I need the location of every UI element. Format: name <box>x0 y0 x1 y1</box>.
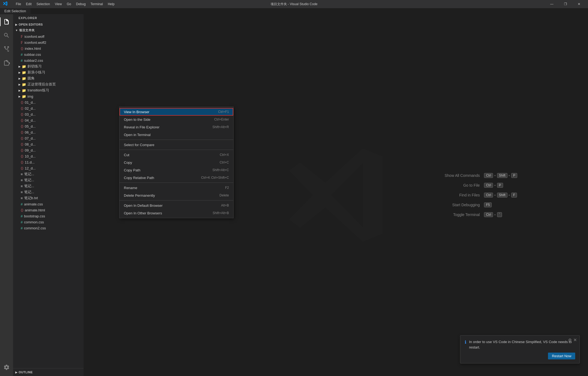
list-item[interactable]: # bootstrap.css <box>13 213 84 219</box>
list-item[interactable]: ▶ 📁 transition练习 <box>13 87 84 93</box>
list-item[interactable]: # subbar.css <box>13 51 84 57</box>
list-item[interactable]: ⟨⟩ 02_d... <box>13 105 84 111</box>
list-item[interactable]: ⟨⟩ 11.d... <box>13 159 84 165</box>
restart-now-button[interactable]: Restart Now <box>548 353 575 359</box>
context-menu-item-select-compare[interactable]: Select for Compare <box>120 141 233 149</box>
ctx-item-shortcut: Ctrl+X <box>220 153 229 157</box>
list-item[interactable]: ≡ 笔记... <box>13 171 84 177</box>
menu-help[interactable]: Help <box>106 2 117 7</box>
list-item[interactable]: # common2.css <box>13 225 84 231</box>
ctx-item-label: Copy <box>124 161 132 165</box>
chevron-right-icon: ▶ <box>19 89 21 92</box>
list-item[interactable]: # common.css <box>13 219 84 225</box>
open-editors-section[interactable]: ▶ OPEN EDITORS <box>13 22 84 27</box>
list-item[interactable]: ⟨⟩ 05_d... <box>13 123 84 129</box>
menu-go[interactable]: Go <box>65 2 73 7</box>
list-item[interactable]: ▶ 📁 img <box>13 93 84 99</box>
list-item[interactable]: ⟨⟩ animate.html <box>13 207 84 213</box>
menu-terminal[interactable]: Terminal <box>88 2 105 7</box>
context-menu-item-copy-relative-path[interactable]: Copy Relative Path Ctrl+K Ctrl+Shift+C <box>120 174 233 181</box>
context-menu-item-open-terminal[interactable]: Open in Terminal <box>120 131 233 138</box>
list-item[interactable]: ▶ 📁 新浪小练习 <box>13 69 84 75</box>
context-menu-item-open-other-browsers[interactable]: Open In Other Browsers Shift+Alt+B <box>120 209 233 217</box>
notification-info-icon: ℹ <box>465 340 466 345</box>
context-menu-item-delete[interactable]: Delete Permanently Delete <box>120 192 233 199</box>
hint-label: Go to File <box>425 183 480 187</box>
settings-activity-icon[interactable] <box>0 361 13 374</box>
context-menu-item-rename[interactable]: Rename F2 <box>120 184 233 192</box>
html-file-icon: ⟨⟩ <box>21 47 23 51</box>
html-file-icon: ⟨⟩ <box>21 154 23 158</box>
ctx-item-label: Rename <box>124 186 137 190</box>
ctx-item-label: Delete Permanently <box>124 193 155 198</box>
list-item[interactable]: ⟨⟩ 12_d... <box>13 165 84 171</box>
key-f: F <box>511 193 517 198</box>
list-item[interactable]: # animate.css <box>13 201 84 207</box>
key-ctrl: Ctrl <box>484 183 493 188</box>
context-menu-item-view-in-browser[interactable]: View In Browser Ctrl+F1 <box>120 108 233 116</box>
menu-debug[interactable]: Debug <box>74 2 88 7</box>
notification-gear-icon[interactable]: ⚙ <box>568 338 572 343</box>
list-item[interactable]: 𝔽 iconfont.woff <box>13 33 84 39</box>
list-item[interactable]: ≡ 笔记... <box>13 177 84 183</box>
list-item[interactable]: ▶ 📁 正达管理后台首页 <box>13 81 84 87</box>
notification-close-button[interactable]: ✕ <box>573 338 577 342</box>
list-item[interactable]: ≡ 笔记... <box>13 189 84 195</box>
menu-file[interactable]: File <box>14 2 23 7</box>
hint-label: Find in Files <box>425 193 480 197</box>
context-menu-item-copy-path[interactable]: Copy Path Shift+Alt+C <box>120 166 233 174</box>
hint-keys: Ctrl + Shift + P <box>484 173 517 178</box>
extensions-activity-icon[interactable] <box>0 56 13 69</box>
html-file-icon: ⟨⟩ <box>21 118 23 122</box>
context-menu-item-copy[interactable]: Copy Ctrl+C <box>120 159 233 166</box>
minimize-button[interactable]: — <box>546 0 558 8</box>
open-editors-label: OPEN EDITORS <box>19 23 43 26</box>
list-item[interactable]: ▶ 📁 斜切练习 <box>13 63 84 69</box>
menu-edit[interactable]: Edit <box>24 2 34 7</box>
list-item[interactable]: ⟨⟩ 04_d... <box>13 117 84 123</box>
css-file-icon: # <box>21 220 23 224</box>
window-controls: — ❐ ✕ <box>546 0 585 8</box>
list-item[interactable]: ▶ 📁 圆角 <box>13 75 84 81</box>
list-item[interactable]: ⟨⟩ 01_d... <box>13 99 84 105</box>
title-bar-left: File Edit Selection View Go Debug Termin… <box>3 1 117 7</box>
list-item[interactable]: ⟨⟩ 08_d... <box>13 141 84 147</box>
html-file-icon: ⟨⟩ <box>21 166 23 170</box>
list-item[interactable]: ⟨⟩ 03_d... <box>13 111 84 117</box>
txt-file-icon: ≡ <box>21 178 23 182</box>
notification-header: ℹ In order to use VS Code in Chinese Sim… <box>465 339 575 350</box>
project-folder-section[interactable]: ▼ 项目文件夹 <box>13 27 84 33</box>
context-menu-item-open-side[interactable]: Open to the Side Ctrl+Enter <box>120 116 233 123</box>
list-item[interactable]: ⟨⟩ index.html <box>13 45 84 51</box>
hint-label: Show All Commands <box>425 173 480 178</box>
close-button[interactable]: ✕ <box>573 0 585 8</box>
outline-header[interactable]: ▶ OUTLINE <box>13 369 84 375</box>
key-p: P <box>511 173 517 178</box>
context-menu-divider <box>120 150 233 150</box>
list-item[interactable]: ⟨⟩ 07_d... <box>13 135 84 141</box>
list-item[interactable]: ≡ 笔记b.txt <box>13 195 84 201</box>
chevron-right-icon: ▶ <box>19 65 21 68</box>
source-control-activity-icon[interactable] <box>0 42 13 56</box>
txt-file-icon: ≡ <box>21 196 23 200</box>
explorer-activity-icon[interactable] <box>0 15 13 28</box>
list-item[interactable]: # subbar2.css <box>13 57 84 63</box>
context-menu-item-reveal-explorer[interactable]: Reveal in File Explorer Shift+Alt+R <box>120 123 233 131</box>
list-item[interactable]: ⟨⟩ 06_d... <box>13 129 84 135</box>
list-item[interactable]: ≡ 笔记... <box>13 183 84 189</box>
list-item[interactable]: ⟨⟩ 09_d... <box>13 147 84 153</box>
hint-row-find: Find in Files Ctrl + Shift + F <box>425 193 517 198</box>
hint-row-commands: Show All Commands Ctrl + Shift + P <box>425 173 517 178</box>
menu-selection[interactable]: Selection <box>34 2 52 7</box>
context-menu-item-open-default-browser[interactable]: Open In Default Browser Alt+B <box>120 202 233 209</box>
hint-row-debug: Start Debugging F5 <box>425 202 517 207</box>
list-item[interactable]: 𝔽 iconfont.woff2 <box>13 39 84 45</box>
list-item[interactable]: ⟨⟩ 10_d... <box>13 153 84 159</box>
key-shift: Shift <box>497 193 507 198</box>
search-activity-icon[interactable] <box>0 29 13 42</box>
maximize-button[interactable]: ❐ <box>559 0 572 8</box>
ctx-item-label: Reveal in File Explorer <box>124 125 160 129</box>
menu-view[interactable]: View <box>53 2 64 7</box>
context-menu-item-cut[interactable]: Cut Ctrl+X <box>120 151 233 159</box>
activity-bar <box>0 14 13 376</box>
